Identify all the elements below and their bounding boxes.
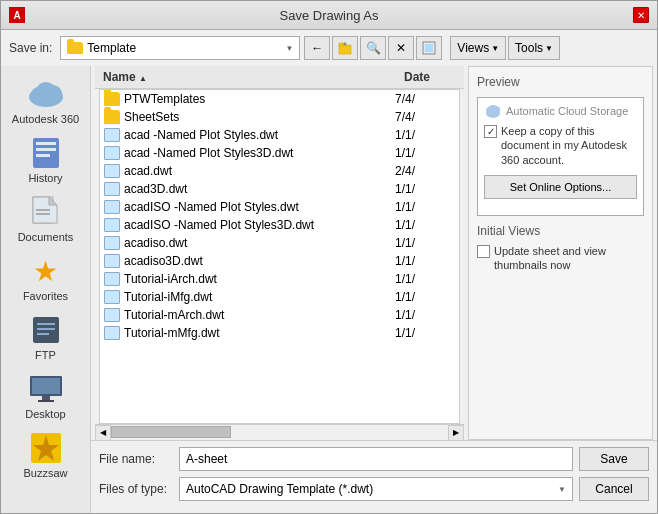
cloud-storage-label: Automatic Cloud Storage xyxy=(506,105,628,117)
file-list-container: Name ▲ Date PTWTemplates7/4/SheetSets7/4… xyxy=(95,66,464,440)
file-name-text: acadiso3D.dwt xyxy=(124,254,395,268)
svg-point-8 xyxy=(36,82,56,100)
col-name-header[interactable]: Name ▲ xyxy=(99,68,400,86)
save-button[interactable]: Save xyxy=(579,447,649,471)
initial-views-checkbox-label: Update sheet and view thumbnails now xyxy=(494,244,644,273)
save-in-dropdown[interactable]: Template ▼ xyxy=(60,36,300,60)
save-drawing-as-dialog: A Save Drawing As ✕ Save in: Template ▼ … xyxy=(0,0,658,514)
sidebar-item-buzzsaw[interactable]: Buzzsaw xyxy=(6,428,86,483)
file-name-text: acad -Named Plot Styles3D.dwt xyxy=(124,146,395,160)
delete-button[interactable]: ✕ xyxy=(388,36,414,60)
svg-rect-20 xyxy=(37,328,55,330)
file-date-text: 1/1/ xyxy=(395,308,455,322)
svg-rect-4 xyxy=(425,44,433,52)
sidebar-item-desktop-label: Desktop xyxy=(25,408,65,420)
file-icon xyxy=(104,254,120,268)
main-panel: Name ▲ Date PTWTemplates7/4/SheetSets7/4… xyxy=(91,66,657,513)
svg-point-31 xyxy=(488,105,498,113)
title-bar-left: A xyxy=(9,7,25,23)
star-icon: ★ xyxy=(26,255,66,287)
file-date-text: 1/1/ xyxy=(395,236,455,250)
file-date-text: 1/1/ xyxy=(395,128,455,142)
scroll-thumb[interactable] xyxy=(111,426,231,438)
initial-views-checkbox[interactable] xyxy=(477,245,490,258)
list-item[interactable]: acad -Named Plot Styles.dwt1/1/ xyxy=(100,126,459,144)
sidebar-item-history[interactable]: History xyxy=(6,133,86,188)
bottom-area: File name: Save Files of type: AutoCAD D… xyxy=(91,440,657,513)
dialog-title: Save Drawing As xyxy=(25,8,633,23)
list-item[interactable]: Tutorial-iMfg.dwt1/1/ xyxy=(100,288,459,306)
file-icon xyxy=(104,218,120,232)
up-folder-button[interactable] xyxy=(332,36,358,60)
file-date-text: 7/4/ xyxy=(395,110,455,124)
views-tools: Views ▼ Tools ▼ xyxy=(450,36,560,60)
list-item[interactable]: acad3D.dwt1/1/ xyxy=(100,180,459,198)
history-icon xyxy=(26,137,66,169)
initial-views-checkbox-row: Update sheet and view thumbnails now xyxy=(477,244,644,273)
list-item[interactable]: Tutorial-mMfg.dwt1/1/ xyxy=(100,324,459,342)
file-name-text: acadISO -Named Plot Styles.dwt xyxy=(124,200,395,214)
sidebar-item-favorites[interactable]: ★ Favorites xyxy=(6,251,86,306)
cancel-button[interactable]: Cancel xyxy=(579,477,649,501)
file-date-text: 2/4/ xyxy=(395,164,455,178)
file-date-text: 1/1/ xyxy=(395,182,455,196)
tools-button[interactable]: Tools ▼ xyxy=(508,36,560,60)
list-item[interactable]: PTWTemplates7/4/ xyxy=(100,90,459,108)
list-item[interactable]: acadiso3D.dwt1/1/ xyxy=(100,252,459,270)
file-icon xyxy=(104,182,120,196)
cloud-checkbox[interactable]: ✓ xyxy=(484,125,497,138)
horizontal-scrollbar[interactable]: ◀ ▶ xyxy=(95,424,464,440)
views-label: Views xyxy=(457,41,489,55)
sidebar-item-ftp[interactable]: FTP xyxy=(6,310,86,365)
file-name-text: Tutorial-mArch.dwt xyxy=(124,308,395,322)
views-arrow-icon: ▼ xyxy=(491,44,499,53)
file-name-input[interactable] xyxy=(179,447,573,471)
search-button[interactable]: 🔍 xyxy=(360,36,386,60)
svg-rect-23 xyxy=(32,378,60,394)
file-date-text: 1/1/ xyxy=(395,218,455,232)
list-item[interactable]: acadISO -Named Plot Styles.dwt1/1/ xyxy=(100,198,459,216)
file-date-text: 1/1/ xyxy=(395,200,455,214)
svg-rect-25 xyxy=(38,400,54,402)
list-item[interactable]: Tutorial-iArch.dwt1/1/ xyxy=(100,270,459,288)
dropdown-arrow-icon: ▼ xyxy=(285,44,293,53)
list-item[interactable]: Tutorial-mArch.dwt1/1/ xyxy=(100,306,459,324)
list-item[interactable]: SheetSets7/4/ xyxy=(100,108,459,126)
save-in-label: Save in: xyxy=(9,41,52,55)
sidebar-item-desktop[interactable]: Desktop xyxy=(6,369,86,424)
col-date-header[interactable]: Date xyxy=(400,68,460,86)
folder-icon xyxy=(67,42,83,54)
scroll-track[interactable] xyxy=(111,425,448,440)
back-button[interactable]: ← xyxy=(304,36,330,60)
file-icon xyxy=(104,272,120,286)
list-item[interactable]: acadISO -Named Plot Styles3D.dwt1/1/ xyxy=(100,216,459,234)
scroll-right-button[interactable]: ▶ xyxy=(448,425,464,441)
file-date-text: 1/1/ xyxy=(395,254,455,268)
scroll-left-button[interactable]: ◀ xyxy=(95,425,111,441)
file-name-text: Tutorial-iMfg.dwt xyxy=(124,290,395,304)
sidebar-item-autodesk360-label: Autodesk 360 xyxy=(12,113,79,125)
list-item[interactable]: acad.dwt2/4/ xyxy=(100,162,459,180)
list-item[interactable]: acadiso.dwt1/1/ xyxy=(100,234,459,252)
file-type-dropdown[interactable]: AutoCAD Drawing Template (*.dwt) ▼ xyxy=(179,477,573,501)
tools-arrow-icon: ▼ xyxy=(545,44,553,53)
file-list[interactable]: PTWTemplates7/4/SheetSets7/4/acad -Named… xyxy=(99,89,460,424)
close-button[interactable]: ✕ xyxy=(633,7,649,23)
file-icon xyxy=(104,128,120,142)
documents-icon xyxy=(26,196,66,228)
file-icon xyxy=(104,164,120,178)
svg-rect-17 xyxy=(36,213,50,215)
views-button[interactable]: Views ▼ xyxy=(450,36,506,60)
sort-arrow-icon: ▲ xyxy=(139,74,147,83)
folder-icon xyxy=(104,110,120,124)
sidebar-item-history-label: History xyxy=(28,172,62,184)
initial-views-title: Initial Views xyxy=(477,224,644,238)
cloud-storage-icon xyxy=(484,104,502,118)
sidebar-item-autodesk360[interactable]: Autodesk 360 xyxy=(6,74,86,129)
set-online-button[interactable]: Set Online Options... xyxy=(484,175,637,199)
network-button[interactable] xyxy=(416,36,442,60)
list-item[interactable]: acad -Named Plot Styles3D.dwt1/1/ xyxy=(100,144,459,162)
svg-rect-24 xyxy=(42,396,50,400)
file-name-text: acad -Named Plot Styles.dwt xyxy=(124,128,395,142)
sidebar-item-documents[interactable]: Documents xyxy=(6,192,86,247)
